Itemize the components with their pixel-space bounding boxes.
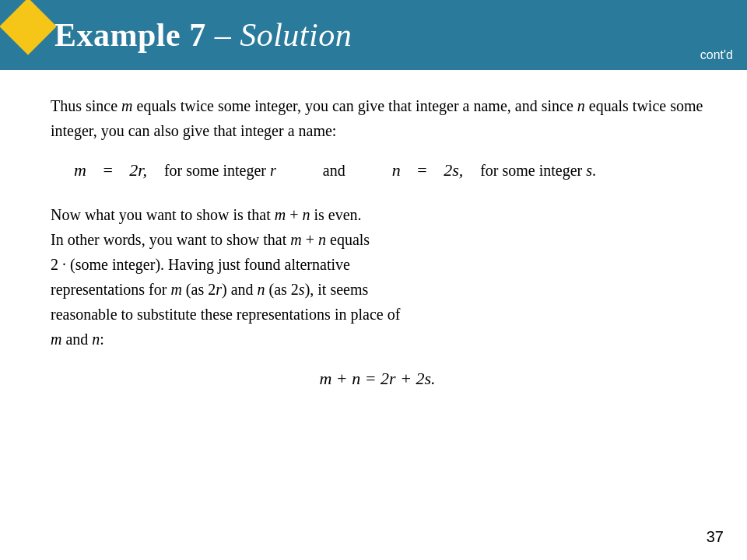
formula-right-math: n = 2s, — [392, 157, 463, 184]
formula-left: m = 2r, for some integer r — [74, 157, 276, 184]
formula-right-note: for some integer s. — [472, 159, 596, 183]
formula-right: n = 2s, for some integer s. — [392, 157, 596, 184]
formula-and: and — [323, 159, 345, 183]
slide-content: Thus since m equals twice some integer, … — [0, 70, 747, 408]
formula-left-math: m = 2r, — [74, 157, 147, 184]
diamond-logo — [0, 0, 57, 55]
paragraph-1: Thus since m equals twice some integer, … — [51, 93, 704, 143]
formula-left-note: for some integer r — [156, 159, 276, 183]
title-example: Example 7 — [54, 17, 215, 53]
page-number: 37 — [707, 528, 724, 546]
formula-bottom: m + n = 2r + 2s. — [51, 366, 704, 392]
slide-header: Example 7 – Solution cont'd — [0, 0, 747, 70]
formula-row-1: m = 2r, for some integer r and n = 2s, f… — [51, 157, 704, 184]
title-text: Example 7 – Solution — [54, 17, 352, 53]
slide-title: Example 7 – Solution — [54, 16, 352, 54]
paragraph-2: Now what you want to show is that m + n … — [51, 202, 704, 352]
contd-label: cont'd — [700, 48, 733, 62]
